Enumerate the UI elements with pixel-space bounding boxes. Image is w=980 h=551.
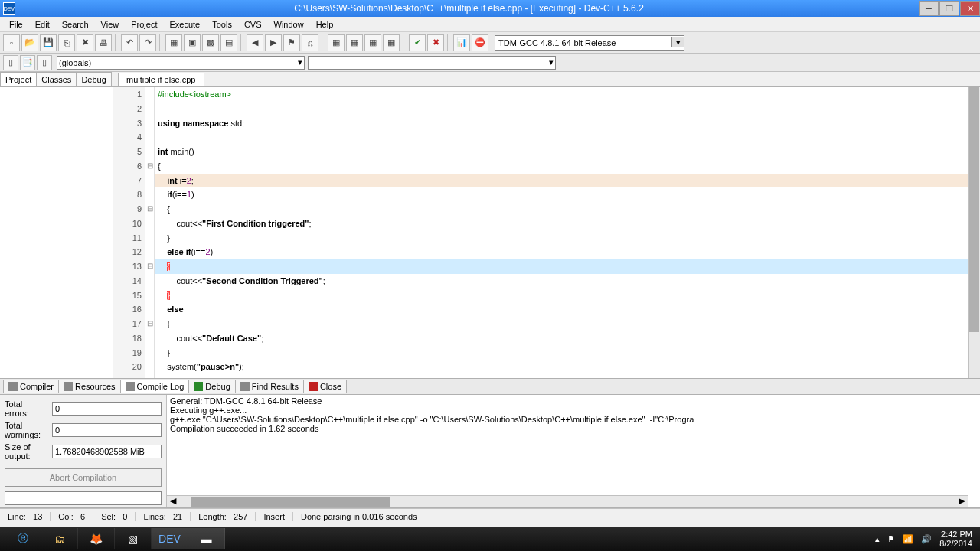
compile-run-icon[interactable]: ▩ [202,34,219,51]
warnings-value [52,423,162,437]
tab-debug-bottom[interactable]: Debug [188,380,235,393]
grid1-icon[interactable]: ▦ [328,34,345,51]
bookmark2-icon[interactable]: 📑 [20,55,35,70]
compiler-select-value: TDM-GCC 4.8.1 64-bit Release [498,38,616,47]
menu-file[interactable]: File [3,18,29,31]
toolbar-scope: ▯ 📑 ▯ (globals) ▾ ▾ [0,54,980,72]
new-file-icon[interactable]: ▫ [3,34,20,51]
print-icon[interactable]: 🖶 [95,34,112,51]
close-button[interactable]: ✕ [960,1,980,16]
compile-icon[interactable]: ▦ [165,34,182,51]
firefox-icon[interactable]: 🦊 [78,528,115,549]
toolbar-main: ▫ 📂 💾 ⎘ ✖ 🖶 ↶ ↷ ▦ ▣ ▩ ▤ ◀ ▶ ⚑ ⎌ ▦ ▦ ▦ ▦ … [0,32,980,54]
menu-help[interactable]: Help [310,18,340,31]
tab-find-results[interactable]: Find Results [235,380,304,393]
maximize-button[interactable]: ❐ [939,1,959,16]
bookmark-icon[interactable]: ⚑ [283,34,300,51]
insert-icon[interactable]: ▯ [3,55,18,70]
abort-button[interactable]: Abort Compilation [5,468,162,487]
statusbar: Line: 13 Col: 6 Sel: 0 Lines: 21 Length:… [0,508,980,523]
size-value [52,445,162,458]
compiler-icon [8,382,18,391]
editor-vscroll[interactable] [968,87,980,378]
tab-debug[interactable]: Debug [76,72,111,86]
menu-project[interactable]: Project [125,18,163,31]
goto2-icon[interactable]: ▯ [37,55,52,70]
close-icon [309,382,318,391]
menu-edit[interactable]: Edit [29,18,56,31]
bottom-tabs: Compiler Resources Compile Log Debug Fin… [0,378,980,395]
chevron-down-icon: ▾ [298,57,302,67]
console-icon[interactable]: ▬ [188,528,225,549]
scope-select[interactable]: (globals) ▾ [57,56,305,70]
member-select[interactable]: ▾ [308,56,556,70]
tab-resources[interactable]: Resources [58,380,121,393]
devcpp-icon[interactable]: DEV [152,528,188,549]
find-icon [240,382,250,391]
line-gutter: 1234567891011121314151617181920 [113,87,145,378]
tab-classes[interactable]: Classes [36,72,77,86]
minimize-button[interactable]: ─ [919,1,939,16]
resources-icon [64,382,73,391]
tab-close[interactable]: Close [303,380,347,393]
cancel-icon[interactable]: ✖ [427,34,444,51]
grid2-icon[interactable]: ▦ [346,34,363,51]
file-tab[interactable]: multiple if else.cpp [118,73,204,86]
grid4-icon[interactable]: ▦ [383,34,400,51]
tab-project[interactable]: Project [0,72,37,86]
fold-gutter[interactable]: ⊟⊟⊟⊟ [145,87,155,378]
explorer-icon[interactable]: 🗂 [41,528,78,549]
back-icon[interactable]: ◀ [247,34,263,51]
clock[interactable]: 2:42 PM 8/2/2014 [939,530,972,548]
menu-execute[interactable]: Execute [163,18,206,31]
forward-icon[interactable]: ▶ [265,34,282,51]
save-all-icon[interactable]: ⎘ [58,34,75,51]
debug-icon [194,382,203,391]
save-icon[interactable]: 💾 [40,34,57,51]
compiler-select[interactable]: TDM-GCC 4.8.1 64-bit Release ▾ [495,35,684,51]
profile-icon[interactable]: 📊 [453,34,470,51]
close-file-icon[interactable]: ✖ [77,34,93,51]
rebuild-icon[interactable]: ▤ [220,34,237,51]
redo-icon[interactable]: ↷ [139,34,156,51]
chevron-down-icon: ▾ [671,37,684,47]
window-title: C:\Users\SW-Solutions\Desktop\C++\multip… [20,3,918,14]
tray-flag-icon[interactable]: ⚑ [887,534,895,544]
app-icon: DEV [3,2,15,15]
log-icon [126,382,135,391]
menu-cvs[interactable]: CVS [238,18,268,31]
recorder-icon[interactable]: ▧ [115,528,152,549]
menu-tools[interactable]: Tools [206,18,238,31]
menu-view[interactable]: View [95,18,126,31]
errors-label: Total errors: [5,399,49,418]
tray-up-icon[interactable]: ▴ [875,534,880,544]
undo-icon[interactable]: ↶ [121,34,138,51]
taskbar: ⓔ 🗂 🦊 ▧ DEV ▬ ▴ ⚑ 📶 🔊 2:42 PM 8/2/2014 [0,527,980,551]
tray-network-icon[interactable]: 📶 [903,534,913,544]
tray-volume-icon[interactable]: 🔊 [921,534,932,544]
size-label: Size of output: [5,442,49,461]
menubar: File Edit Search View Project Execute To… [0,17,980,32]
tab-compile-log[interactable]: Compile Log [120,380,190,393]
progress-bar [5,491,162,505]
compile-stats: Total errors: Total warnings: Size of ou… [0,395,167,507]
warnings-label: Total warnings: [5,421,49,439]
scope-select-value: (globals) [59,58,91,67]
menu-window[interactable]: Window [268,18,310,31]
grid3-icon[interactable]: ▦ [364,34,381,51]
run-icon[interactable]: ▣ [184,34,201,51]
open-file-icon[interactable]: 📂 [21,34,38,51]
code-editor[interactable]: 1234567891011121314151617181920 ⊟⊟⊟⊟ #in… [113,87,980,378]
log-hscroll[interactable]: ◀▶ [167,495,968,507]
check-icon[interactable]: ✔ [409,34,426,51]
compile-log[interactable]: General: TDM-GCC 4.8.1 64-bit Release Ex… [167,395,980,507]
ie-icon[interactable]: ⓔ [5,528,41,549]
goto-icon[interactable]: ⎌ [302,34,318,51]
chevron-down-icon: ▾ [549,57,554,67]
delete-profile-icon[interactable]: ⛔ [472,34,488,51]
titlebar: DEV C:\Users\SW-Solutions\Desktop\C++\mu… [0,0,980,17]
errors-value [52,402,162,416]
tab-compiler[interactable]: Compiler [3,380,59,393]
menu-search[interactable]: Search [56,18,95,31]
left-panel: Project Classes Debug [0,72,113,378]
